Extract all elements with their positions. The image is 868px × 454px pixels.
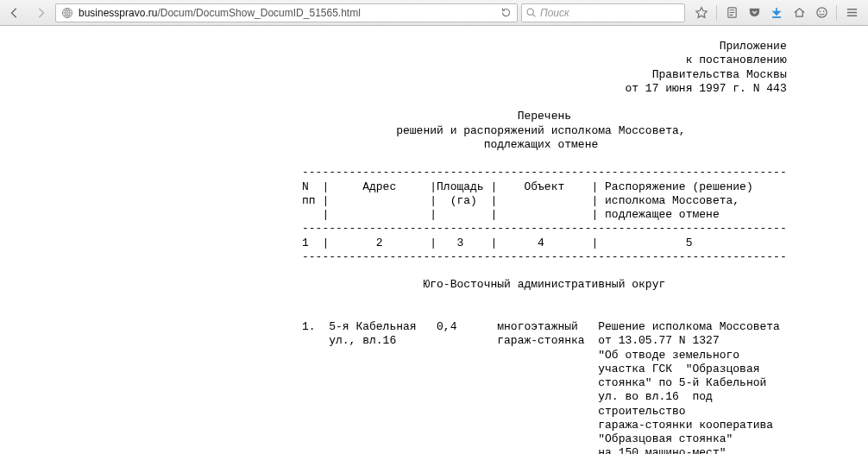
- reader-icon[interactable]: [724, 5, 739, 21]
- svg-point-2: [527, 9, 533, 15]
- menu-icon[interactable]: [844, 5, 859, 21]
- back-button[interactable]: [3, 3, 26, 22]
- separator: [716, 5, 717, 21]
- document-body: Приложение к постановлению Правительства…: [0, 26, 868, 454]
- page-content: Приложение к постановлению Правительства…: [0, 26, 868, 454]
- search-bar[interactable]: [521, 3, 685, 22]
- svg-point-4: [816, 8, 826, 17]
- reload-icon: [500, 7, 512, 18]
- reload-button[interactable]: [498, 5, 513, 21]
- smiley-icon[interactable]: [814, 5, 829, 21]
- url-text: businesspravo.ru/Docum/DocumShow_DocumID…: [79, 7, 494, 19]
- separator: [836, 5, 837, 21]
- pocket-icon[interactable]: [746, 5, 762, 21]
- svg-point-5: [819, 10, 821, 12]
- url-bar[interactable]: businesspravo.ru/Docum/DocumShow_DocumID…: [55, 3, 518, 22]
- browser-toolbar: businesspravo.ru/Docum/DocumShow_DocumID…: [0, 0, 868, 26]
- search-input[interactable]: [540, 7, 681, 19]
- arrow-right-icon: [35, 7, 47, 19]
- search-icon: [525, 7, 537, 18]
- forward-button[interactable]: [29, 3, 52, 22]
- globe-icon: [60, 5, 75, 21]
- home-icon[interactable]: [791, 5, 807, 21]
- star-icon[interactable]: [694, 5, 709, 21]
- toolbar-icons: [689, 5, 865, 21]
- arrow-left-icon: [9, 7, 21, 19]
- svg-point-6: [822, 10, 824, 12]
- download-icon[interactable]: [769, 5, 784, 21]
